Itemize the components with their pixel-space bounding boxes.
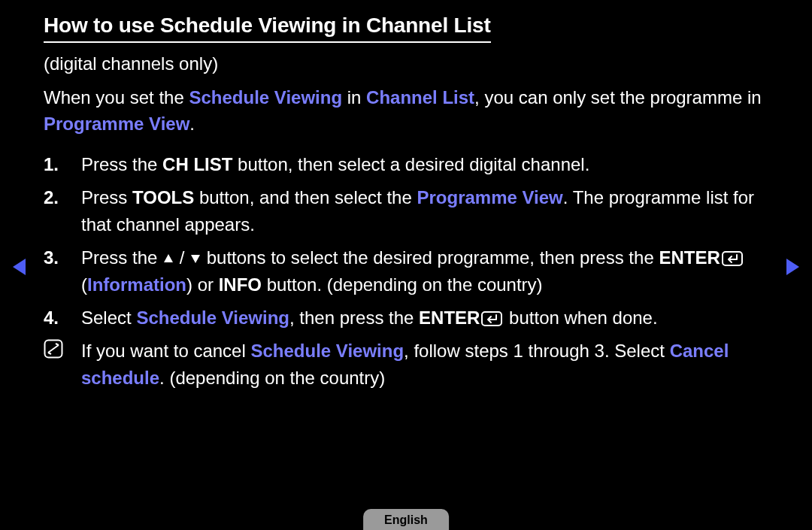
enter-icon [481,311,502,326]
steps-list: 1. Press the CH LIST button, then select… [44,151,768,392]
page-subtitle: (digital channels only) [44,53,768,74]
step-text: . (depending on the country) [159,368,385,388]
triangle-down-icon [189,253,201,265]
button-ref-enter: ENTER [659,247,720,268]
term-schedule-viewing: Schedule Viewing [136,307,289,328]
enter-icon [722,251,743,266]
step-text: / [174,247,189,268]
button-ref-tools: TOOLS [132,187,194,207]
step-body: Press TOOLS button, and then select the … [81,184,768,238]
step-2: 2. Press TOOLS button, and then select t… [44,184,768,238]
step-text: Press the [81,247,162,268]
step-text: button, then select a desired digital ch… [232,154,589,174]
triangle-left-icon [11,257,27,277]
step-body: Press the / buttons to select the desire… [81,244,768,298]
term-channel-list: Channel List [366,87,474,108]
step-text: If you want to cancel [81,341,250,361]
svg-marker-5 [13,259,26,275]
step-4: 4. Select Schedule Viewing, then press t… [44,304,768,332]
page-title: How to use Schedule Viewing in Channel L… [44,14,491,43]
step-text: , then press the [289,307,419,328]
term-programme-view: Programme View [417,187,562,207]
step-text: ) or [186,274,219,295]
intro-paragraph: When you set the Schedule Viewing in Cha… [44,85,768,138]
svg-marker-0 [164,254,173,262]
step-3: 3. Press the / buttons to select the des… [44,244,768,298]
note-marker [44,338,81,366]
step-text: Select [81,307,136,328]
term-schedule-viewing: Schedule Viewing [189,87,342,108]
step-text: button when done. [504,307,657,328]
intro-text: . [189,114,195,134]
step-text: button. (depending on the country) [262,274,543,295]
step-body: If you want to cancel Schedule Viewing, … [81,338,768,392]
step-number: 3. [44,244,81,271]
intro-text: , you can only set the programme in [474,87,762,108]
svg-marker-6 [786,259,799,275]
button-ref-info: INFO [219,274,262,295]
intro-text: in [342,87,366,108]
step-number: 1. [44,151,81,178]
button-ref-enter: ENTER [419,307,480,328]
term-programme-view: Programme View [44,114,189,134]
step-text: , follow steps 1 through 3. Select [404,341,670,361]
term-schedule-viewing: Schedule Viewing [250,341,404,361]
language-tab[interactable]: English [363,509,449,530]
step-number: 2. [44,184,81,211]
triangle-up-icon [162,253,174,265]
step-text: ( [81,274,87,295]
term-information: Information [87,274,186,295]
nav-prev[interactable] [11,257,27,280]
step-body: Press the CH LIST button, then select a … [81,151,768,178]
step-1: 1. Press the CH LIST button, then select… [44,151,768,178]
step-text: buttons to select the desired programme,… [201,247,659,268]
step-note: If you want to cancel Schedule Viewing, … [44,338,768,392]
triangle-right-icon [785,257,801,277]
button-ref-chlist: CH LIST [162,154,232,174]
nav-next[interactable] [785,257,801,280]
step-text: Press the [81,154,162,174]
step-text: Press [81,187,132,207]
step-text: button, and then select the [194,187,417,207]
svg-marker-1 [191,255,200,263]
step-number: 4. [44,304,81,332]
note-icon [44,339,63,359]
step-body: Select Schedule Viewing, then press the … [81,304,768,332]
intro-text: When you set the [44,87,189,108]
